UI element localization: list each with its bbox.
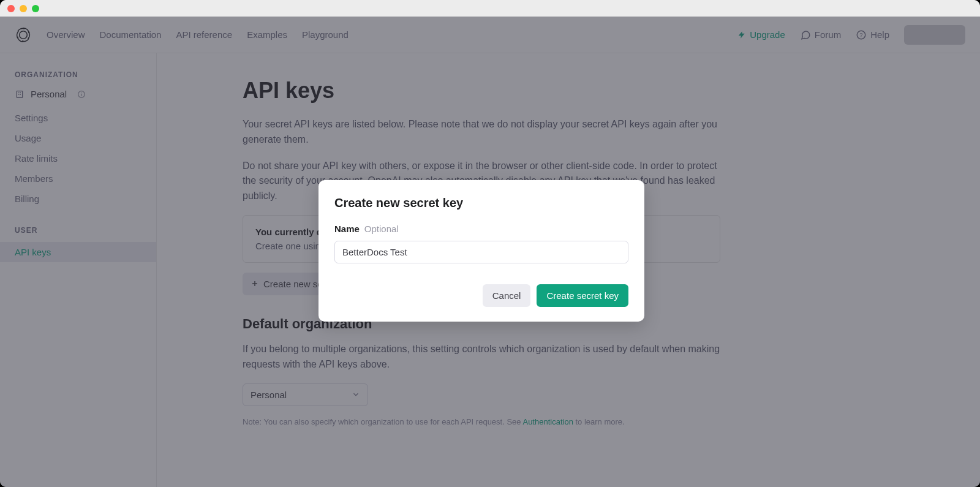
create-key-modal: Create new secret key NameOptional Cance… [318,180,644,322]
create-secret-key-submit-button[interactable]: Create secret key [537,284,628,307]
maximize-window-icon[interactable] [32,5,39,12]
close-window-icon[interactable] [7,5,15,12]
key-name-input[interactable] [334,241,628,263]
modal-title: Create new secret key [334,196,628,210]
minimize-window-icon[interactable] [20,5,27,12]
name-field-label: Name [334,224,360,234]
cancel-button[interactable]: Cancel [483,284,531,307]
name-field-optional: Optional [364,224,399,234]
mac-titlebar [0,0,980,17]
